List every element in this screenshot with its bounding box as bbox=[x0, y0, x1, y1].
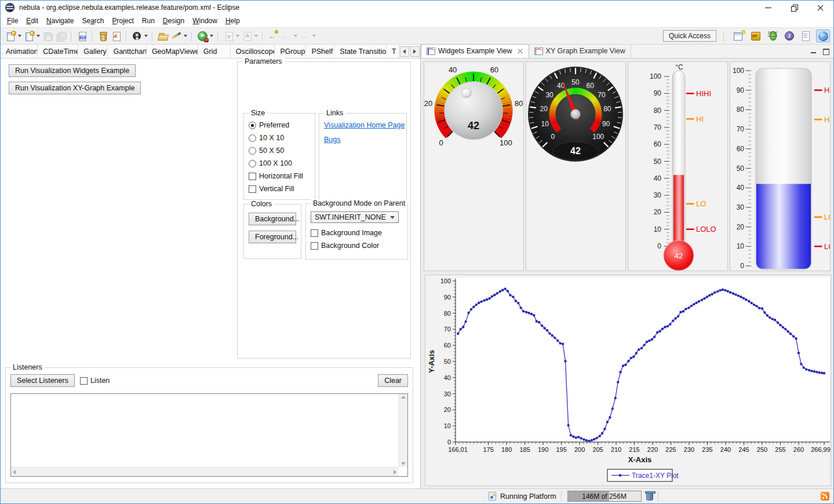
run-widgets-example-button[interactable]: Run Visualization Widgets Example bbox=[9, 64, 136, 77]
svg-text:60: 60 bbox=[737, 145, 745, 153]
foreground-button[interactable]: Foreground... bbox=[249, 231, 296, 243]
horizontal-scrollbar[interactable] bbox=[11, 467, 398, 476]
knob-widget[interactable]: 02040608010042 bbox=[424, 62, 523, 167]
listener-log-list[interactable] bbox=[10, 393, 408, 477]
menu-project[interactable]: Project bbox=[108, 16, 137, 26]
export-button[interactable] bbox=[241, 30, 259, 43]
new-view-button[interactable] bbox=[23, 30, 41, 43]
svg-text:40: 40 bbox=[737, 184, 745, 192]
tab-scroll-right-button[interactable] bbox=[410, 46, 420, 57]
editor-tab-geomapviewer[interactable]: GeoMapViewer bbox=[147, 45, 198, 58]
maximize-view-icon[interactable] bbox=[822, 48, 829, 54]
checkbox-vertical-fill[interactable] bbox=[249, 185, 256, 193]
open-resource-button[interactable] bbox=[156, 30, 170, 43]
minimize-button[interactable] bbox=[755, 1, 781, 14]
editor-tab-pgroup[interactable]: PGroup bbox=[275, 45, 306, 58]
git-perspective-button[interactable] bbox=[749, 30, 763, 42]
editor-tab-ganttchart[interactable]: Ganttchart bbox=[108, 45, 146, 58]
background-button[interactable]: Background... bbox=[249, 213, 296, 225]
debug-perspective-button[interactable] bbox=[766, 30, 780, 42]
toolbar-separator bbox=[152, 31, 154, 41]
restore-button[interactable] bbox=[781, 1, 807, 14]
editor-tab-gallery[interactable]: Gallery bbox=[78, 45, 108, 58]
view-tab-xy-graph-example-view[interactable]: XY Graph Example View bbox=[529, 44, 631, 58]
svg-text:200: 200 bbox=[574, 446, 585, 453]
svg-text:235: 235 bbox=[702, 446, 712, 453]
forward-button[interactable] bbox=[298, 30, 317, 43]
checkbox-background-image[interactable] bbox=[311, 229, 318, 237]
menu-edit[interactable]: Edit bbox=[22, 16, 42, 26]
editor-tab-animation[interactable]: Animation bbox=[1, 45, 38, 58]
save-all-button[interactable] bbox=[54, 30, 68, 43]
svg-text:50: 50 bbox=[444, 358, 451, 365]
highlight-brush-button[interactable] bbox=[170, 30, 188, 43]
status-bar: Running Platform 146M of 256M bbox=[1, 488, 833, 503]
menu-design[interactable]: Design bbox=[159, 16, 188, 26]
radio-100-x-100[interactable] bbox=[249, 160, 256, 167]
save-button[interactable] bbox=[41, 30, 54, 43]
checkbox-horizontal-fill[interactable] bbox=[249, 173, 256, 180]
select-listeners-button[interactable]: Select Listeners bbox=[10, 374, 75, 387]
svg-text:20: 20 bbox=[424, 99, 432, 108]
scroll-up-icon[interactable] bbox=[401, 396, 406, 399]
radio-10-x-10[interactable] bbox=[249, 134, 256, 142]
menu-run[interactable]: Run bbox=[138, 16, 159, 26]
svg-text:100: 100 bbox=[500, 138, 512, 147]
vertical-scrollbar[interactable] bbox=[398, 394, 407, 467]
svg-text:190: 190 bbox=[538, 446, 548, 453]
user-profile-button[interactable] bbox=[130, 30, 149, 43]
import-button[interactable] bbox=[222, 30, 241, 43]
editor-tab-grid[interactable]: Grid bbox=[198, 45, 231, 58]
menu-window[interactable]: Window bbox=[188, 16, 221, 26]
editor-tab-state-transition[interactable]: State Transition bbox=[334, 45, 387, 58]
run-button[interactable] bbox=[196, 30, 214, 43]
svg-text:70: 70 bbox=[737, 125, 745, 133]
clear-button[interactable]: Clear bbox=[378, 374, 408, 387]
editor-tab-t[interactable]: T bbox=[387, 45, 399, 58]
radio-50-x-50[interactable] bbox=[249, 147, 256, 155]
svg-text:42: 42 bbox=[468, 120, 479, 132]
open-perspective-perspective-button[interactable] bbox=[732, 30, 746, 42]
background-mode-selected-value: SWT.INHERIT_NONE bbox=[315, 213, 386, 221]
last-edit-location-button[interactable] bbox=[267, 30, 280, 43]
run-xygraph-example-button[interactable]: Run Visualization XY-Graph Example bbox=[9, 82, 141, 94]
svg-text:0: 0 bbox=[657, 242, 661, 250]
new-wizard-button[interactable] bbox=[4, 30, 23, 43]
link-bugs[interactable]: Bugs bbox=[324, 136, 402, 144]
view-tab-widgets-example-view[interactable]: Widgets Example View bbox=[421, 44, 529, 58]
editor-tab-cdatetime[interactable]: CDateTime bbox=[38, 45, 78, 58]
scroll-right-icon[interactable] bbox=[394, 470, 396, 474]
minimize-view-icon[interactable] bbox=[810, 48, 817, 54]
scroll-down-icon[interactable] bbox=[401, 462, 406, 465]
highlight-brush-icon bbox=[171, 31, 182, 42]
menu-search[interactable]: Search bbox=[78, 16, 108, 26]
close-button[interactable] bbox=[807, 1, 833, 14]
scripts-perspective-button[interactable] bbox=[799, 30, 813, 42]
run-garbage-collector-button[interactable] bbox=[646, 492, 653, 501]
back-button[interactable] bbox=[280, 30, 298, 43]
radio-preferred[interactable] bbox=[249, 122, 256, 129]
editor-tab-oscilloscope[interactable]: Oscilloscope bbox=[231, 45, 275, 58]
svg-text:X-Axis: X-Axis bbox=[628, 455, 651, 464]
nebula-perspective-button[interactable] bbox=[816, 30, 830, 42]
jar-export-button[interactable] bbox=[96, 30, 110, 43]
refactor-script-button[interactable] bbox=[110, 30, 123, 43]
background-mode-select[interactable]: SWT.INHERIT_NONE bbox=[311, 211, 399, 223]
quick-access-box[interactable]: Quick Access bbox=[663, 30, 716, 42]
close-icon[interactable] bbox=[517, 48, 523, 54]
checkbox-background-color[interactable] bbox=[311, 242, 318, 250]
tab-scroll-left-button[interactable] bbox=[400, 46, 409, 57]
dropdown-caret-icon bbox=[144, 35, 148, 37]
java-perspective-button[interactable] bbox=[782, 30, 796, 42]
menu-file[interactable]: File bbox=[3, 16, 22, 26]
size-radio-row: 10 X 10 bbox=[249, 134, 310, 142]
news-feed-icon[interactable] bbox=[821, 492, 829, 501]
link-visualization-home-page[interactable]: Visualization Home Page bbox=[324, 121, 402, 129]
menu-navigate[interactable]: Navigate bbox=[42, 16, 78, 26]
menu-help[interactable]: Help bbox=[221, 16, 244, 26]
listen-checkbox[interactable] bbox=[80, 377, 88, 385]
binary-file-button[interactable] bbox=[75, 30, 89, 43]
run-icon bbox=[197, 31, 208, 42]
editor-tab-pshelf[interactable]: PShelf bbox=[306, 45, 334, 58]
scroll-left-icon[interactable] bbox=[13, 470, 16, 474]
